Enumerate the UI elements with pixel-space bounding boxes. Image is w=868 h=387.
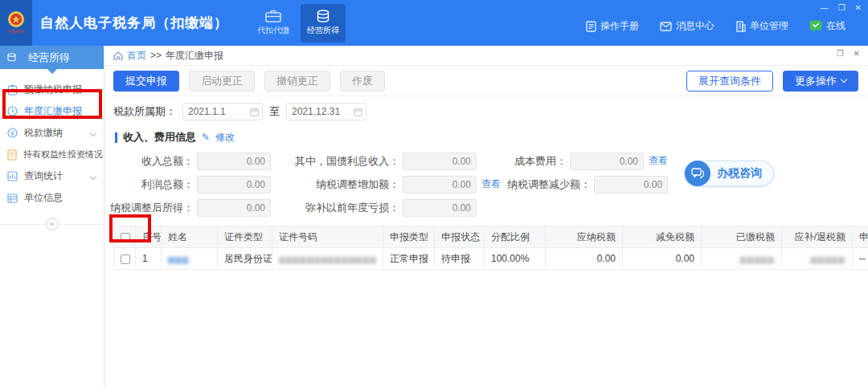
view-cost-link[interactable]: 查看 [649,154,668,168]
topnav-withholding[interactable]: 代扣代缴 [251,4,296,43]
sidebar-item-unit-info[interactable]: 单位信息 [0,187,104,209]
panel-maximize-button[interactable]: ❐ [837,49,844,58]
briefcase-icon [265,10,281,22]
manual-label: 操作手册 [600,19,639,33]
declaration-table: 序号 姓名 证件类型 证件号码 申报类型 申报状态 分配比例 应纳税额 减免税额… [113,226,868,270]
topnav-business-income[interactable]: 经营所得 [301,4,346,43]
expand-query-button[interactable]: 展开查询条件 [686,71,773,92]
period-start-input[interactable]: 2021.1.1 [182,103,263,120]
adjusted-income-input[interactable]: 0.00 [197,199,271,217]
cost-expense-field: 成本费用： 0.00 查看 [477,153,668,170]
sidebar-collapse-button[interactable]: « [46,218,59,230]
section-accent-bar [115,132,117,143]
tax-consult-button[interactable]: 办税咨询 [684,161,774,186]
row-tax-relief: 0.00 [623,248,702,270]
breadcrumb-home[interactable]: 首页 [127,49,146,63]
period-start-value: 2021.1.1 [188,106,247,117]
document-icon [586,21,596,32]
minimize-button[interactable]: — [821,3,829,12]
col-status: 申报状态 [435,226,485,248]
col-tax-payable: 应纳税额 [546,226,623,248]
income-total-field: 收入总额： 0.00 [105,153,271,170]
field-label: 纳税调整增加额： [271,177,399,192]
prior-loss-input[interactable]: 0.00 [403,199,477,217]
row-checkbox[interactable] [121,255,130,264]
national-emblem-icon [7,10,25,28]
maximize-button[interactable]: ❐ [838,3,845,12]
void-button[interactable]: 作废 [340,71,385,92]
income-total-input[interactable]: 0.00 [197,153,271,170]
field-label: 成本费用： [477,154,567,169]
online-status[interactable]: 在线 [809,19,845,33]
col-id-type: 证件类型 [218,226,272,248]
message-center-link[interactable]: 消息中心 [660,19,714,33]
chevron-down-icon [90,173,96,179]
calendar-icon[interactable] [250,108,259,116]
sidebar-item-tax-payment[interactable]: 税款缴纳 [0,122,104,144]
col-declare-time: 申报时间 [853,226,868,248]
cost-expense-input[interactable]: 0.00 [570,153,644,170]
declaration-table-wrap: 序号 姓名 证件类型 证件号码 申报类型 申报状态 分配比例 应纳税额 减免税额… [113,226,860,270]
sidebar-header-label: 经营所得 [28,51,70,65]
logo-caption: 中国税务 [7,28,25,35]
breadcrumb-separator: >> [150,50,162,61]
submit-declaration-button[interactable]: 提交申报 [113,71,179,92]
envelope-icon [660,22,672,31]
calendar-icon[interactable] [354,108,362,116]
topbar-links: 操作手册 消息中心 单位管理 在线 [586,19,845,33]
adjust-decrease-input[interactable]: 0.00 [594,176,668,194]
manual-link[interactable]: 操作手册 [586,19,639,33]
profit-total-input[interactable]: 0.00 [197,176,271,194]
annual-report-icon [7,106,18,116]
breadcrumb: 首页 >> 年度汇缴申报 [105,46,868,66]
row-declare-time: -- [853,248,868,270]
col-tax-relief: 减免税额 [623,226,702,248]
row-status: 待申报 [435,248,485,270]
panel-close-button[interactable]: ✕ [854,49,860,58]
more-actions-label: 更多操作 [795,74,837,88]
sidebar-item-prepay-declare[interactable]: 预缴纳税申报 [0,79,104,100]
tax-period-filter: 税款所属期： 2021.1.1 至 2021.12.31 [105,96,868,125]
tax-pay-icon [7,128,18,138]
more-actions-button[interactable]: 更多操作 [783,71,858,92]
select-all-header [114,226,136,248]
field-label: 其中，国债利息收入： [271,154,399,169]
sidebar-item-label: 持有权益性投资情况 [23,149,103,161]
row-index: 1 [136,248,162,270]
stats-icon [7,171,18,181]
col-name: 姓名 [162,226,218,248]
adjust-increase-field: 纳税调整增加额： 0.00 查看 [271,176,501,194]
col-id-number: 证件号码 [272,226,383,248]
clipboard-icon [7,84,18,96]
table-header-row: 序号 姓名 证件类型 证件号码 申报类型 申报状态 分配比例 应纳税额 减免税额… [114,226,868,248]
sidebar: 经营所得 预缴纳税申报 年度汇缴申报 税款缴纳 持有权益性投资情况 查询统计 [0,46,104,387]
chevron-down-icon [90,129,96,136]
select-all-checkbox[interactable] [121,233,130,242]
row-tax-paid: ▆▆▆▆▆ [702,248,782,270]
adjust-increase-input[interactable]: 0.00 [403,176,477,194]
action-toolbar: 提交申报 启动更正 撤销更正 作废 展开查询条件 更多操作 [105,66,868,96]
profit-total-field: 利润总额： 0.00 [105,176,271,194]
online-label: 在线 [826,19,845,33]
bond-interest-input[interactable]: 0.00 [403,153,477,170]
unit-management-link[interactable]: 单位管理 [735,19,788,33]
edit-income-link[interactable]: 修改 [215,131,235,145]
sidebar-header: 经营所得 [0,46,104,69]
start-correction-button[interactable]: 启动更正 [189,71,255,92]
sidebar-item-query-statistics[interactable]: 查询统计 [0,165,104,187]
row-id-type: 居民身份证 [218,248,272,270]
sidebar-item-label: 单位信息 [24,191,63,205]
row-select-cell [114,248,136,270]
close-button[interactable]: ✕ [855,3,862,12]
pencil-icon: ✎ [202,132,210,143]
row-id-number: ▆▆▆▆▆▆▆▆▆▆▆▆▆▆ [272,248,383,270]
sidebar-item-annual-declare[interactable]: 年度汇缴申报 [0,100,104,122]
view-adjust-link[interactable]: 查看 [481,177,501,191]
cancel-correction-button[interactable]: 撤销更正 [264,71,330,92]
sidebar-item-label: 查询统计 [24,169,63,183]
breadcrumb-current: 年度汇缴申报 [166,49,223,63]
sidebar-item-equity-investment[interactable]: 持有权益性投资情况 [0,144,104,165]
income-form-row: 纳税调整后所得： 0.00 弥补以前年度亏损： 0.00 [105,198,868,218]
redacted-id-number: ▆▆▆▆▆▆▆▆▆▆▆▆▆▆ [279,255,377,263]
period-end-input[interactable]: 2021.12.31 [286,103,366,120]
